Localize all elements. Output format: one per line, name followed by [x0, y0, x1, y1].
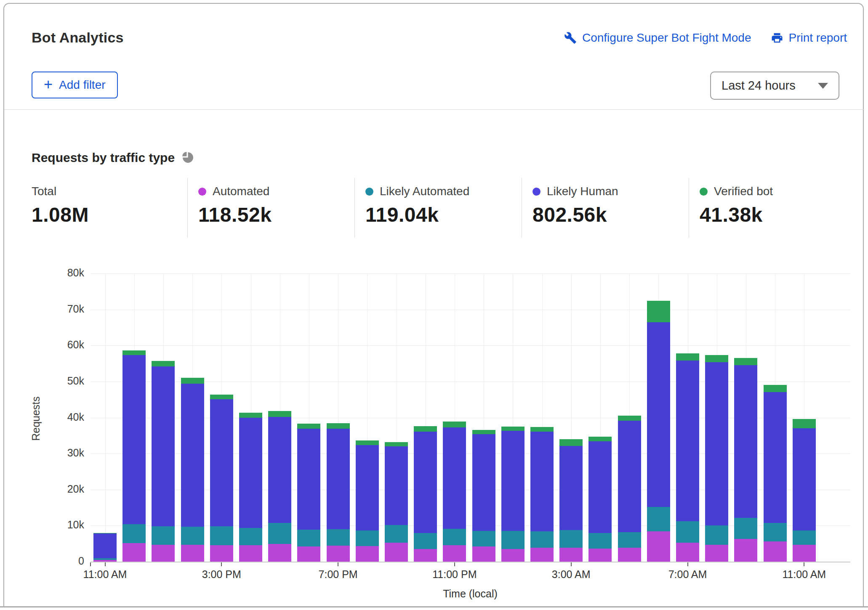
stat-dot: [198, 188, 206, 196]
plus-icon: +: [44, 77, 53, 92]
stat-likely-human: Likely Human 802.56k: [522, 178, 689, 238]
stat-dot: [533, 188, 541, 196]
stat-dot: [365, 188, 373, 196]
header-divider: [4, 109, 864, 110]
stat-dot: [700, 188, 708, 196]
stat-value: 119.04k: [365, 203, 522, 226]
time-range-select[interactable]: Last 24 hours: [710, 72, 839, 100]
stat-total: Total 1.08M: [32, 178, 187, 238]
time-range-value: Last 24 hours: [722, 79, 796, 93]
stat-label: Likely Human: [547, 185, 618, 198]
page-title: Bot Analytics: [32, 29, 124, 46]
printer-icon: [771, 32, 783, 44]
chevron-down-icon: [818, 83, 828, 89]
stat-verified-bot: Verified bot 41.38k: [689, 178, 856, 238]
wrench-icon: [564, 32, 577, 44]
stat-label: Likely Automated: [380, 185, 469, 198]
stat-value: 802.56k: [533, 203, 689, 226]
configure-super-bot-fight-mode-link[interactable]: Configure Super Bot Fight Mode: [564, 31, 751, 45]
stat-label: Verified bot: [714, 185, 773, 198]
stat-automated: Automated 118.52k: [187, 178, 354, 238]
header-links: Configure Super Bot Fight Mode Print rep…: [564, 31, 847, 45]
stat-label: Total: [32, 185, 56, 198]
configure-link-label: Configure Super Bot Fight Mode: [582, 31, 751, 45]
traffic-type-legend: Total 1.08M Automated 118.52k Likely Aut…: [32, 178, 856, 238]
stat-likely-automated: Likely Automated 119.04k: [354, 178, 522, 238]
filter-row: + Add filter Last 24 hours: [32, 72, 839, 100]
chart-title-text: Requests by traffic type: [32, 151, 175, 165]
add-filter-button[interactable]: + Add filter: [32, 72, 118, 98]
stat-value: 1.08M: [32, 203, 187, 226]
stat-value: 118.52k: [198, 203, 354, 226]
stat-value: 41.38k: [700, 203, 856, 226]
pie-chart-icon: [181, 151, 194, 165]
bottom-section-edge: [0, 606, 868, 607]
chart-section-title: Requests by traffic type: [32, 151, 194, 165]
stat-label: Automated: [213, 185, 269, 198]
add-filter-label: Add filter: [59, 78, 106, 92]
header-row: Bot Analytics Configure Super Bot Fight …: [32, 29, 847, 46]
print-link-label: Print report: [789, 31, 847, 45]
print-report-link[interactable]: Print report: [771, 31, 847, 45]
